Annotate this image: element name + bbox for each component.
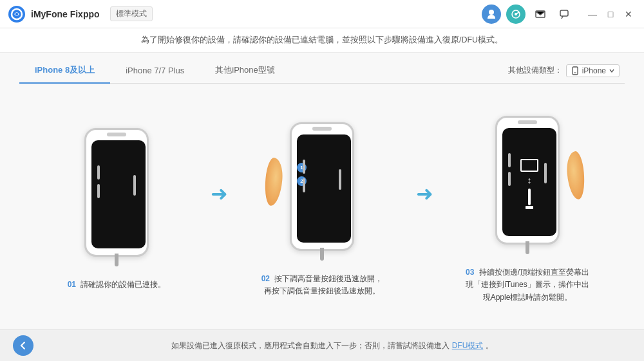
arrow-down-icon: ↕ bbox=[527, 176, 532, 185]
vol-down-btn-2 bbox=[303, 178, 305, 192]
arrow-2: ➜ bbox=[416, 181, 433, 206]
step-1-illustration bbox=[71, 128, 162, 270]
tabs-bar: iPhone 8及以上 iPhone 7/7 Plus 其他iPhone型號 其… bbox=[19, 58, 625, 84]
step-3-illustration: ↕ bbox=[482, 116, 573, 257]
tab-other-iphone[interactable]: 其他iPhone型號 bbox=[200, 58, 290, 84]
maximize-button[interactable]: □ bbox=[603, 6, 618, 22]
cable-end bbox=[526, 206, 533, 209]
phone-body-2: 1 2 bbox=[290, 122, 354, 251]
chat-icon-btn[interactable] bbox=[555, 5, 574, 24]
step-3-desc: 03 持續按側邊/頂端按鈕直至熒幕出現「連接到iTunes」圖示，操作中出現Ap… bbox=[463, 266, 592, 304]
hand-left-2 bbox=[263, 157, 284, 207]
phone-notch-1 bbox=[107, 133, 126, 136]
svg-point-3 bbox=[489, 10, 494, 15]
subtitle-text: 為了開始修復你的設備，請確認你的設備已連結電腦，並按照以下步驟將設備進入復原/D… bbox=[141, 35, 503, 44]
device-type-dropdown[interactable]: iPhone bbox=[566, 64, 620, 77]
chevron-down-icon bbox=[609, 68, 615, 74]
subtitle-bar: 為了開始修復你的設備，請確認你的設備已連結電腦，並按照以下步驟將設備進入復原/D… bbox=[0, 28, 644, 53]
app-logo bbox=[8, 5, 26, 23]
step-3-num: 03 bbox=[466, 268, 474, 277]
content-area: iPhone 8及以上 iPhone 7/7 Plus 其他iPhone型號 其… bbox=[0, 53, 644, 329]
titlebar-icons: — □ ✕ bbox=[482, 5, 636, 24]
arrow-1: ➜ bbox=[211, 181, 228, 206]
vol-up-btn-2 bbox=[303, 160, 305, 174]
cable-1 bbox=[115, 254, 118, 266]
bottom-text: 如果設備已進入復原模式，應用程式會自動進入下一步；否則，請嘗試將設備進入 DFU… bbox=[33, 340, 631, 351]
window-controls: — □ ✕ bbox=[585, 6, 636, 22]
music-icon-btn[interactable] bbox=[506, 5, 526, 24]
back-button[interactable] bbox=[13, 335, 33, 356]
step-3-block: ↕ 03 bbox=[437, 116, 618, 304]
vol-up-btn-1 bbox=[97, 165, 100, 180]
phone-body-1 bbox=[84, 128, 149, 257]
phone-icon bbox=[571, 66, 580, 75]
vol-up-btn-3 bbox=[508, 153, 511, 167]
svg-point-2 bbox=[15, 13, 18, 15]
itunes-monitor-icon bbox=[520, 159, 538, 172]
user-icon-btn[interactable] bbox=[482, 5, 501, 24]
power-btn-2 bbox=[339, 169, 341, 190]
device-type-label: 其他設備類型： bbox=[508, 65, 562, 76]
mode-label: 標準模式 bbox=[110, 6, 153, 21]
step-2-illustration: 1 2 bbox=[277, 122, 367, 264]
step-3-text: 持續按側邊/頂端按鈕直至熒幕出現「連接到iTunes」圖示，操作中出現Apple… bbox=[466, 268, 589, 301]
close-button[interactable]: ✕ bbox=[621, 6, 636, 22]
app-name: iMyFone Fixppo bbox=[31, 9, 100, 19]
power-btn-3 bbox=[544, 163, 547, 183]
phone-notch-2 bbox=[312, 127, 332, 131]
step-1-num: 01 bbox=[68, 280, 76, 289]
bottom-suffix: 。 bbox=[486, 341, 493, 350]
cable-3 bbox=[526, 241, 529, 254]
hand-right-3 bbox=[565, 151, 586, 200]
phone-body-3: ↕ bbox=[495, 116, 560, 245]
svg-rect-8 bbox=[573, 67, 578, 75]
titlebar: iMyFone Fixppo 標準模式 — □ ✕ bbox=[0, 0, 644, 28]
svg-rect-7 bbox=[560, 10, 568, 16]
step-1-block: 01 請確認你的設備已連接。 bbox=[26, 128, 207, 291]
vol-down-btn-3 bbox=[508, 172, 511, 186]
power-btn-1 bbox=[133, 175, 136, 196]
step-2-desc: 02 按下調高音量按鈕後迅速放開，再按下調低音量按鈕後迅速放開。 bbox=[258, 273, 386, 297]
device-type-selector: 其他設備類型： iPhone bbox=[503, 62, 625, 80]
main-container: 為了開始修復你的設備，請確認你的設備已連結電腦，並按照以下步驟將設備進入復原/D… bbox=[0, 28, 644, 361]
steps-area: 01 請確認你的設備已連接。 ➜ 1 2 bbox=[19, 84, 625, 329]
svg-rect-9 bbox=[574, 72, 576, 73]
device-type-value-text: iPhone bbox=[582, 66, 606, 75]
phone-notch-3 bbox=[518, 120, 537, 124]
step-2-text: 按下調高音量按鈕後迅速放開，再按下調低音量按鈕後迅速放開。 bbox=[264, 274, 383, 295]
back-arrow-icon bbox=[18, 340, 28, 351]
tab-iphone7[interactable]: iPhone 7/7 Plus bbox=[110, 59, 200, 83]
step-2-block: 1 2 02 按下調高音量按鈕後迅速放開，再按下調低音量按鈕後迅速放開。 bbox=[231, 122, 413, 297]
step-2-num: 02 bbox=[261, 274, 270, 283]
bottom-bar: 如果設備已進入復原模式，應用程式會自動進入下一步；否則，請嘗試將設備進入 DFU… bbox=[0, 329, 644, 361]
step-1-desc: 01 請確認你的設備已連接。 bbox=[68, 279, 166, 291]
cable-icon bbox=[528, 189, 531, 205]
mail-icon-btn[interactable] bbox=[531, 5, 550, 24]
step-1-text: 請確認你的設備已連接。 bbox=[80, 280, 166, 289]
minimize-button[interactable]: — bbox=[585, 6, 600, 22]
bottom-main-text: 如果設備已進入復原模式，應用程式會自動進入下一步；否則，請嘗試將設備進入 bbox=[171, 341, 450, 350]
dfu-mode-link[interactable]: DFU模式 bbox=[452, 341, 484, 350]
vol-down-btn-1 bbox=[97, 184, 100, 198]
cable-2 bbox=[320, 248, 324, 261]
tab-iphone8[interactable]: iPhone 8及以上 bbox=[19, 58, 110, 84]
